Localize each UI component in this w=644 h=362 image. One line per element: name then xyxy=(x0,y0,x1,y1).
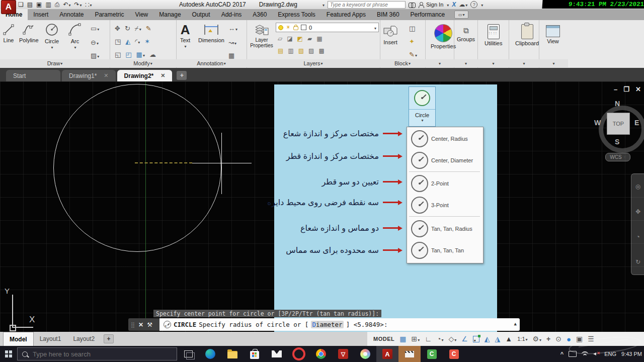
recent-commands-icon[interactable] xyxy=(514,321,517,326)
properties-button[interactable]: Properties xyxy=(431,24,456,49)
layer-unlock2-icon[interactable]: ▨ xyxy=(308,47,314,54)
revision-cloud-icon[interactable] xyxy=(149,51,156,58)
annotation-scale-icon[interactable] xyxy=(505,335,512,342)
edge-button[interactable] xyxy=(199,346,221,362)
panel-utilities-footer[interactable] xyxy=(477,59,509,67)
layer-match-icon[interactable]: ▦ xyxy=(316,35,322,42)
camtasia-editor-button[interactable]: C xyxy=(421,346,443,362)
view-button[interactable]: View xyxy=(546,25,560,44)
utilities-button[interactable]: Utilities xyxy=(485,24,502,46)
command-close-icon[interactable] xyxy=(138,321,143,328)
file-tab-drawing1[interactable]: Drawing1* xyxy=(62,70,116,81)
snap-mode-icon[interactable] xyxy=(411,335,420,342)
stretch-icon[interactable] xyxy=(115,51,121,58)
viewcube-top-face[interactable]: TOP xyxy=(607,113,630,135)
command-customize-icon[interactable] xyxy=(147,321,152,328)
define-attributes-icon[interactable] xyxy=(409,38,415,45)
pan-icon[interactable]: ✥ xyxy=(635,208,640,215)
autocad-taskbar-button[interactable]: A xyxy=(376,346,398,362)
annotation-autoscale-icon[interactable] xyxy=(495,335,501,342)
create-block-icon[interactable] xyxy=(409,25,415,32)
panel-clipboard-footer[interactable] xyxy=(509,59,539,67)
layout-tab-layout1[interactable]: Layout1 xyxy=(34,332,67,346)
groups-button[interactable]: Groups xyxy=(457,26,475,42)
hidden-icons-chevron[interactable]: ^ xyxy=(560,351,564,357)
rotate-icon[interactable] xyxy=(125,25,130,32)
layer-isolate-icon[interactable]: ▱ xyxy=(278,35,282,42)
customization-icon[interactable] xyxy=(588,335,594,342)
zoom-icon[interactable]: ◔ xyxy=(636,233,639,240)
keyword-search-input[interactable] xyxy=(328,1,406,9)
layer-prev-icon[interactable]: ▥ xyxy=(288,47,293,54)
command-input[interactable]: CIRCLE Specify radius of circle or [ Dia… xyxy=(159,318,520,331)
menu-item-tan-tan-tan[interactable]: Tan, Tan, Tan xyxy=(407,239,483,261)
new-drawing-tab-button[interactable] xyxy=(177,71,187,80)
panel-properties-footer[interactable] xyxy=(425,59,454,67)
task-view-button[interactable] xyxy=(177,346,199,362)
panel-block-footer[interactable]: Block xyxy=(380,59,425,67)
layer-freeze-icon[interactable]: ◪ xyxy=(287,35,292,42)
panel-view-footer[interactable] xyxy=(539,59,568,67)
polar-tracking-icon[interactable] xyxy=(437,335,443,342)
wcs-dropdown[interactable]: WCS xyxy=(605,153,630,161)
layer-dropdown[interactable]: 0 xyxy=(276,23,379,32)
application-menu-button[interactable]: A xyxy=(1,0,16,14)
layer-unisolate-icon[interactable]: ▤ xyxy=(278,47,283,54)
linear-dimension-icon[interactable] xyxy=(228,25,237,32)
tablet-icon[interactable] xyxy=(569,351,577,357)
rectangle-icon[interactable] xyxy=(91,25,99,32)
chrome-button[interactable] xyxy=(310,346,332,362)
scale-icon[interactable] xyxy=(125,51,131,58)
camtasia-button[interactable] xyxy=(398,346,421,362)
undo-icon[interactable] xyxy=(63,1,70,8)
command-circle-icon[interactable] xyxy=(164,321,171,328)
exchange-apps-icon[interactable] xyxy=(452,1,456,8)
insert-block-button[interactable]: Insert xyxy=(383,24,398,45)
close-tab-icon[interactable] xyxy=(160,72,165,79)
block-editor-icon[interactable] xyxy=(409,51,417,58)
layer-walk-icon[interactable]: ▧ xyxy=(298,47,304,54)
minimize-icon[interactable]: – xyxy=(614,85,617,93)
dimension-button[interactable]: Dimension xyxy=(198,23,224,43)
menu-item-tan-tan-radius[interactable]: Tan, Tan, Radius xyxy=(407,218,483,239)
panel-annotation-footer[interactable]: Annotation xyxy=(176,59,247,67)
hardware-acceleration-icon[interactable] xyxy=(567,335,571,343)
leader-icon[interactable] xyxy=(228,39,236,46)
erase-icon[interactable] xyxy=(146,25,151,32)
save-as-icon[interactable] xyxy=(45,1,51,8)
scale-value[interactable]: 1:1 xyxy=(517,336,527,342)
copy-icon[interactable] xyxy=(115,38,121,45)
new-file-icon[interactable] xyxy=(18,1,24,8)
explode-icon[interactable] xyxy=(144,38,150,45)
taskbar-search[interactable] xyxy=(17,347,177,360)
layer-properties-button[interactable]: LayerProperties xyxy=(250,23,274,48)
layer-lock-icon[interactable]: ▰ xyxy=(307,35,312,42)
acrobat-button[interactable]: ▽ xyxy=(332,346,354,362)
clock[interactable]: 9:43 PM xyxy=(621,351,642,357)
signin-caret-icon[interactable] xyxy=(446,1,449,8)
table-icon[interactable] xyxy=(228,52,234,59)
infocenter-expand-icon[interactable] xyxy=(322,1,325,8)
text-button[interactable]: A Text xyxy=(180,23,190,49)
viewcube-east[interactable]: E xyxy=(634,119,639,127)
panel-groups-footer[interactable] xyxy=(454,59,477,67)
model-space-badge[interactable]: MODEL xyxy=(373,336,394,342)
panel-modify-footer[interactable]: Modify xyxy=(110,59,176,67)
mail-button[interactable] xyxy=(266,346,288,362)
menu-item-2-point[interactable]: 2-Point xyxy=(407,172,483,194)
restore-icon[interactable]: ❐ xyxy=(623,85,629,93)
command-option-diameter[interactable]: Diameter xyxy=(311,321,343,328)
camtasia-recorder-button[interactable]: C xyxy=(443,346,465,362)
menu-item-3-point[interactable]: 3-Point xyxy=(407,194,483,216)
tab-annotate[interactable]: Annotate xyxy=(54,9,89,20)
layout-tab-model[interactable]: Model xyxy=(3,332,34,346)
viewcube-north[interactable]: N xyxy=(615,100,620,108)
language-indicator[interactable]: ENG xyxy=(604,351,616,357)
file-explorer-button[interactable] xyxy=(221,346,244,362)
a360-cloud-icon[interactable] xyxy=(459,1,467,8)
redo-icon[interactable] xyxy=(74,1,82,8)
sign-in-button[interactable]: Sign In xyxy=(426,2,443,8)
workspace-gear-icon[interactable] xyxy=(533,335,542,342)
grid-display-icon[interactable] xyxy=(399,335,406,342)
tab-parametric[interactable]: Parametric xyxy=(89,9,129,20)
